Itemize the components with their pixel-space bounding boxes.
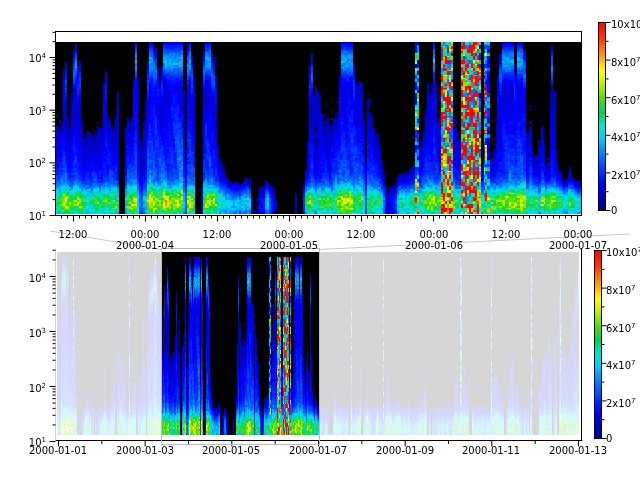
x-date-label: 2000-01-06 — [405, 240, 463, 251]
x-date-label: 2000-01-05 — [260, 240, 318, 251]
x-date-label: 2000-01-04 — [116, 240, 174, 251]
colorbar-tick-label: 4x107 — [611, 130, 640, 143]
x-tick-label: 12:00 — [59, 229, 88, 240]
y-tick-label: 104 — [14, 51, 46, 64]
colorbar-tick-label: 4x107 — [606, 358, 635, 371]
y-tick-label: 102 — [14, 381, 46, 394]
x-tick-label: 2000-01-05 — [202, 445, 260, 456]
y-tick-label: 103 — [14, 104, 46, 117]
detail-colorbar-frame — [599, 23, 606, 211]
x-date-label: 2000-01-07 — [549, 240, 607, 251]
axes-overlay — [0, 0, 640, 480]
y-tick-label: 103 — [14, 326, 46, 339]
context-colorbar-frame — [595, 251, 602, 439]
spectrogram-dashboard: 12:00 00:00 12:00 00:00 12:00 00:00 12:0… — [0, 0, 640, 480]
colorbar-tick-label: 8x107 — [611, 55, 640, 68]
x-tick-label: 2000-01-07 — [289, 445, 347, 456]
x-tick-label: 2000-01-13 — [549, 445, 607, 456]
highlight-range-selector[interactable] — [161, 248, 320, 445]
colorbar-tick-label: 10x107 — [611, 17, 640, 30]
colorbar-tick-label: 8x107 — [606, 283, 635, 296]
colorbar-tick-label: 6x107 — [611, 93, 640, 106]
x-tick-label: 12:00 — [492, 229, 521, 240]
x-tick-label: 12:00 — [203, 229, 232, 240]
y-tick-label: 104 — [14, 271, 46, 284]
y-tick-label: 102 — [14, 156, 46, 169]
colorbar-tick-label: 6x107 — [606, 321, 635, 334]
x-tick-label: 00:00 — [131, 229, 160, 240]
x-tick-label: 12:00 — [347, 229, 376, 240]
x-tick-label: 00:00 — [564, 229, 593, 240]
detail-plot-frame — [56, 32, 582, 216]
x-tick-label: 00:00 — [275, 229, 304, 240]
x-tick-label: 2000-01-11 — [462, 445, 520, 456]
colorbar-tick-label: 10x107 — [606, 245, 640, 258]
y-tick-label: 101 — [14, 209, 46, 222]
x-tick-label: 2000-01-03 — [116, 445, 174, 456]
colorbar-tick-label: 2x107 — [606, 396, 635, 409]
x-tick-label: 2000-01-09 — [376, 445, 434, 456]
x-tick-label: 00:00 — [420, 229, 449, 240]
colorbar-tick-label: 0 — [611, 205, 617, 216]
colorbar-tick-label: 2x107 — [611, 168, 640, 181]
y-tick-label: 101 — [14, 435, 46, 448]
colorbar-tick-label: 0 — [606, 433, 612, 444]
